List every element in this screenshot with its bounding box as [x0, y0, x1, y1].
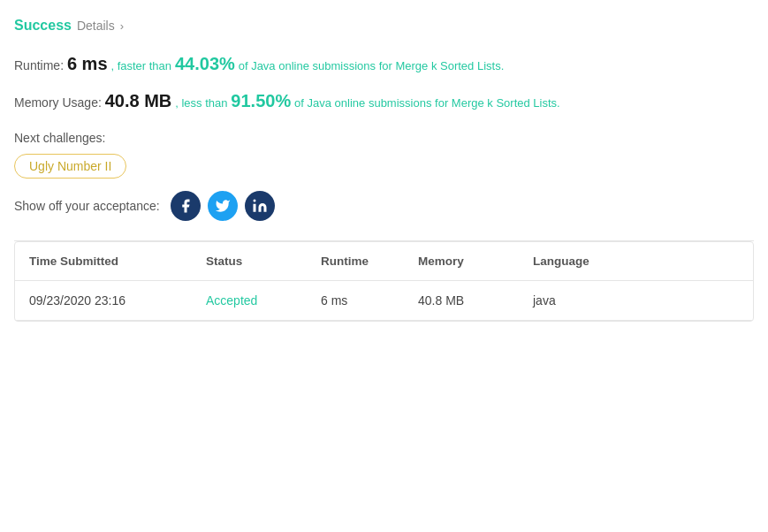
submissions-table: Time Submitted Status Runtime Memory Lan…: [15, 242, 753, 321]
runtime-comparison-suffix: of Java online submissions for Merge k S…: [239, 59, 505, 72]
table-header: Time Submitted Status Runtime Memory Lan…: [15, 242, 753, 281]
cell-runtime: 6 ms: [307, 281, 404, 321]
table-header-row: Time Submitted Status Runtime Memory Lan…: [15, 242, 753, 281]
breadcrumb-chevron-icon: ›: [120, 19, 124, 33]
memory-percentage: 91.50%: [231, 91, 291, 110]
runtime-value: 6 ms: [67, 54, 108, 73]
next-challenges-label: Next challenges:: [14, 131, 754, 145]
table-row: 09/23/2020 23:16 Accepted 6 ms 40.8 MB j…: [15, 281, 753, 321]
success-label: Success: [14, 18, 72, 34]
runtime-label: Runtime:: [14, 58, 64, 72]
cell-language: java: [519, 281, 753, 321]
memory-label: Memory Usage:: [14, 95, 102, 110]
share-section: Show off your acceptance:: [14, 191, 754, 221]
runtime-percentage: 44.03%: [175, 54, 235, 73]
share-label: Show off your acceptance:: [14, 199, 160, 213]
next-challenges-section: Next challenges: Ugly Number II: [14, 131, 754, 179]
col-time-submitted: Time Submitted: [15, 242, 192, 281]
stats-section: Runtime: 6 ms , faster than 44.03% of Ja…: [14, 49, 754, 115]
col-language: Language: [519, 242, 753, 281]
col-status: Status: [192, 242, 307, 281]
social-icons: [171, 191, 275, 221]
svg-rect-0: [253, 204, 255, 212]
memory-value: 40.8 MB: [105, 91, 172, 110]
cell-status: Accepted: [192, 281, 307, 321]
col-runtime: Runtime: [307, 242, 404, 281]
twitter-icon[interactable]: [208, 191, 238, 221]
linkedin-icon[interactable]: [245, 191, 275, 221]
col-memory: Memory: [404, 242, 519, 281]
runtime-stat: Runtime: 6 ms , faster than 44.03% of Ja…: [14, 49, 754, 78]
runtime-comparison-prefix: , faster than: [110, 59, 171, 72]
challenge-button[interactable]: Ugly Number II: [14, 154, 126, 179]
cell-time-submitted: 09/23/2020 23:16: [15, 281, 192, 321]
details-link[interactable]: Details: [77, 19, 115, 33]
memory-comparison-suffix: of Java online submissions for Merge k S…: [294, 96, 560, 110]
breadcrumb: Success Details ›: [14, 18, 754, 34]
table-body: 09/23/2020 23:16 Accepted 6 ms 40.8 MB j…: [15, 281, 753, 321]
memory-stat: Memory Usage: 40.8 MB , less than 91.50%…: [14, 87, 754, 115]
cell-memory: 40.8 MB: [404, 281, 519, 321]
memory-comparison-prefix: , less than: [175, 96, 227, 110]
facebook-icon[interactable]: [171, 191, 201, 221]
svg-point-1: [253, 200, 255, 202]
submissions-table-wrapper: Time Submitted Status Runtime Memory Lan…: [14, 241, 754, 322]
